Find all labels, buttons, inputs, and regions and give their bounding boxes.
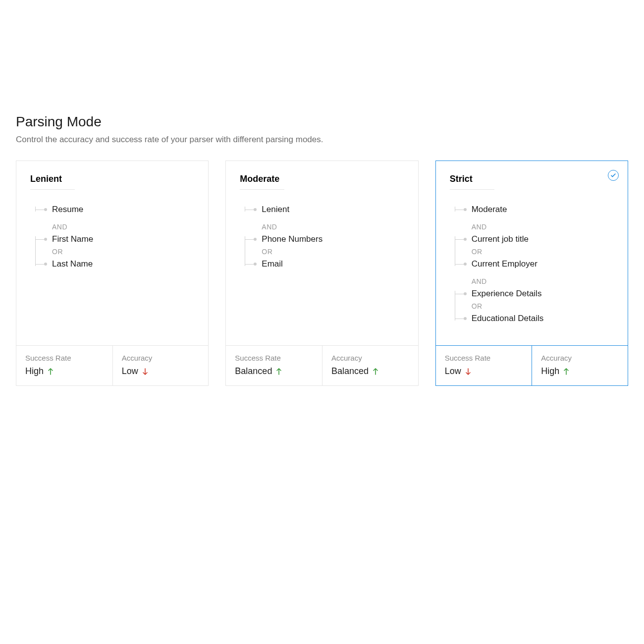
metric-success-rate: Success Rate High <box>16 346 112 385</box>
rule-group: First Name OR Last Name <box>33 232 194 271</box>
rule-node: Lenient <box>258 203 404 216</box>
rule-operator-or: OR <box>258 246 404 257</box>
arrow-down-icon <box>465 368 471 376</box>
rule-operator-or: OR <box>48 246 194 257</box>
arrow-up-icon <box>276 368 282 376</box>
rule-node: Educational Details <box>468 312 614 325</box>
metric-value: Balanced <box>235 366 313 376</box>
metric-value: Low <box>445 366 523 376</box>
rule-group: Current job title OR Current Employer <box>453 232 614 271</box>
metric-value-text: High <box>25 366 44 376</box>
metric-accuracy: Accuracy Low <box>112 346 209 385</box>
rules-tree: Resume AND First Name OR Last Name <box>30 203 194 271</box>
section-title: Parsing Mode <box>16 114 628 130</box>
arrow-up-icon <box>563 368 569 376</box>
mode-cards: Lenient Resume AND First Name OR Last Na… <box>16 161 628 386</box>
rule-operator-and: AND <box>243 221 404 232</box>
rule-group: Experience Details OR Educational Detail… <box>453 287 614 325</box>
card-title: Strict <box>450 174 494 190</box>
rule-operator-or: OR <box>468 246 614 257</box>
mode-card-moderate[interactable]: Moderate Lenient AND Phone Numbers OR Em… <box>225 161 418 386</box>
rule-node: Last Name <box>48 257 194 271</box>
mode-card-lenient[interactable]: Lenient Resume AND First Name OR Last Na… <box>16 161 209 386</box>
rule-node: Phone Numbers <box>258 232 404 246</box>
rule-operator-or: OR <box>468 301 614 312</box>
card-title: Lenient <box>30 174 75 190</box>
rule-node: Resume <box>48 203 194 216</box>
rule-node: Email <box>258 257 404 271</box>
metric-value-text: High <box>541 366 559 376</box>
metric-value-text: Low <box>445 366 461 376</box>
metric-accuracy: Accuracy High <box>532 346 628 385</box>
metric-value: High <box>25 366 104 376</box>
metric-label: Success Rate <box>235 354 313 362</box>
metric-value-text: Balanced <box>331 366 369 376</box>
metric-accuracy: Accuracy Balanced <box>322 346 418 385</box>
rule-group: Phone Numbers OR Email <box>243 232 404 271</box>
card-body: Lenient Resume AND First Name OR Last Na… <box>16 161 208 345</box>
metric-value-text: Balanced <box>235 366 272 376</box>
metric-success-rate: Success Rate Balanced <box>226 346 322 385</box>
card-body: Moderate Lenient AND Phone Numbers OR Em… <box>226 161 418 345</box>
rule-operator-and: AND <box>33 221 194 232</box>
metric-success-rate: Success Rate Low <box>436 346 532 385</box>
card-footer: Success Rate Balanced Accuracy Balanced <box>226 345 418 385</box>
selected-check-icon <box>608 170 619 181</box>
card-title: Moderate <box>240 174 284 190</box>
metric-label: Success Rate <box>25 354 104 362</box>
arrow-down-icon <box>142 368 148 376</box>
metric-label: Accuracy <box>122 354 200 362</box>
metric-value-text: Low <box>122 366 138 376</box>
rule-group: Moderate <box>453 203 614 216</box>
metric-label: Accuracy <box>331 354 409 362</box>
rule-node: First Name <box>48 232 194 246</box>
rule-node: Moderate <box>468 203 614 216</box>
metric-value: Balanced <box>331 366 409 376</box>
rule-node: Experience Details <box>468 287 614 301</box>
rule-group: Lenient <box>243 203 404 216</box>
rules-tree: Lenient AND Phone Numbers OR Email <box>240 203 404 271</box>
mode-card-strict[interactable]: Strict Moderate AND Current job title OR… <box>435 161 628 386</box>
card-footer: Success Rate Low Accuracy High <box>436 345 628 385</box>
rule-group: Resume <box>33 203 194 216</box>
card-footer: Success Rate High Accuracy Low <box>16 345 208 385</box>
metric-label: Accuracy <box>541 354 619 362</box>
rule-node: Current Employer <box>468 257 614 271</box>
metric-value: High <box>541 366 619 376</box>
rule-node: Current job title <box>468 232 614 246</box>
metric-label: Success Rate <box>445 354 523 362</box>
parsing-mode-section: Parsing Mode Control the accuracy and su… <box>0 0 644 406</box>
rule-operator-and: AND <box>453 221 614 232</box>
section-subtitle: Control the accuracy and success rate of… <box>16 135 628 145</box>
card-body: Strict Moderate AND Current job title OR… <box>436 161 628 345</box>
rules-tree: Moderate AND Current job title OR Curren… <box>450 203 614 325</box>
rule-operator-and: AND <box>453 276 614 287</box>
metric-value: Low <box>122 366 200 376</box>
arrow-up-icon <box>373 368 378 376</box>
arrow-up-icon <box>48 368 54 376</box>
